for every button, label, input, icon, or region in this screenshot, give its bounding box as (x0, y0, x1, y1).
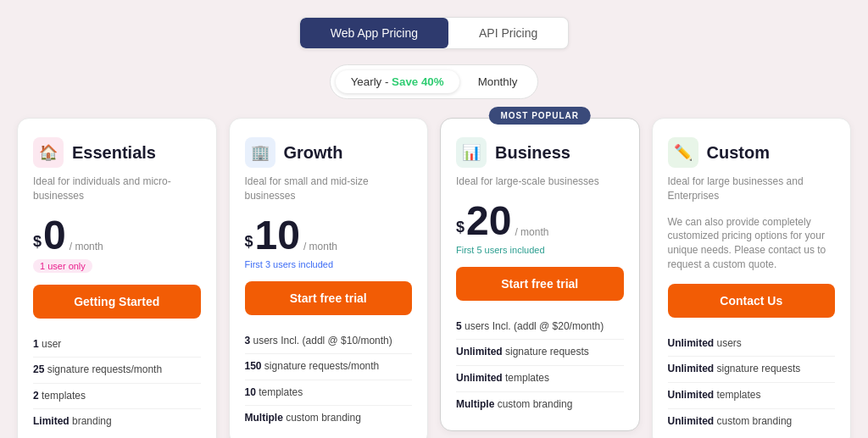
yearly-label: Yearly - (351, 75, 392, 88)
price-note-text-growth: First 3 users included (245, 259, 334, 269)
card-header-growth: 🏢 Growth (245, 137, 413, 168)
feature-bold-business-1: Unlimited (456, 346, 503, 358)
feature-bold-growth-2: 10 (245, 386, 256, 398)
pricing-card-essentials: 🏠 Essentials Ideal for individuals and m… (17, 118, 217, 438)
price-period-business: / month (515, 226, 548, 238)
card-icon-essentials: 🏠 (33, 137, 64, 168)
feature-item-growth-0: 3 users Incl. (addl @ $10/month) (245, 329, 413, 355)
price-note-essentials: 1 user only (33, 259, 201, 273)
price-amount-essentials: 0 (43, 215, 66, 256)
feature-bold-custom-2: Unlimited (668, 389, 715, 401)
card-header-essentials: 🏠 Essentials (33, 137, 201, 168)
feature-item-business-1: Unlimited signature requests (456, 340, 624, 366)
price-period-growth: / month (303, 241, 337, 252)
save-badge: Save 40% (392, 75, 444, 88)
tab-switcher: Web App Pricing API Pricing (299, 17, 570, 49)
card-description-custom: We can also provide completely customize… (668, 215, 836, 272)
card-subtitle-growth: Ideal for small and mid-size businesses (245, 175, 413, 203)
feature-bold-growth-1: 150 (245, 360, 262, 372)
feature-item-custom-3: Unlimited custom branding (668, 409, 836, 435)
price-amount-business: 20 (466, 201, 511, 241)
price-row-growth: $ 10 / month (245, 215, 413, 256)
card-icon-custom: ✏️ (668, 137, 698, 168)
feature-item-custom-1: Unlimited signature requests (668, 357, 836, 383)
feature-bold-growth-0: 3 (245, 335, 251, 347)
feature-item-business-2: Unlimited templates (456, 366, 624, 392)
card-subtitle-essentials: Ideal for individuals and micro-business… (33, 175, 201, 203)
price-row-business: $ 20 / month (456, 201, 624, 241)
pricing-cards: 🏠 Essentials Ideal for individuals and m… (17, 118, 851, 438)
feature-item-custom-0: Unlimited users (668, 331, 836, 358)
pricing-card-business: MOST POPULAR 📊 Business Ideal for large-… (440, 118, 640, 431)
features-list-growth: 3 users Incl. (addl @ $10/month)150 sign… (245, 329, 413, 431)
feature-item-business-3: Multiple custom branding (456, 392, 624, 418)
card-subtitle-business: Ideal for large-scale businesses (456, 175, 624, 189)
price-note-growth: First 3 users included (245, 259, 413, 269)
card-title-custom: Custom (707, 143, 770, 163)
price-dollar-growth: $ (245, 228, 253, 255)
features-list-business: 5 users Incl. (addl @ $20/month)Unlimite… (456, 314, 624, 417)
feature-bold-custom-0: Unlimited (668, 337, 715, 349)
feature-item-essentials-0: 1 user (33, 332, 201, 358)
features-list-custom: Unlimited usersUnlimited signature reque… (668, 331, 836, 434)
card-icon-business: 📊 (456, 137, 487, 168)
price-note-text-business: First 5 users included (456, 245, 545, 255)
price-dollar-business: $ (456, 213, 465, 241)
feature-bold-essentials-3: Limited (33, 415, 70, 427)
billing-toggle: Yearly - Save 40% Monthly (330, 64, 539, 99)
popular-badge: MOST POPULAR (488, 107, 591, 125)
card-subtitle-custom: Ideal for large businesses and Enterpris… (668, 175, 836, 203)
card-header-business: 📊 Business (456, 137, 624, 168)
price-note-business: First 5 users included (456, 245, 624, 255)
price-period-essentials: / month (70, 241, 103, 252)
feature-item-essentials-3: Limited branding (33, 409, 201, 435)
feature-bold-growth-3: Multiple (245, 412, 283, 424)
card-title-growth: Growth (284, 143, 343, 163)
card-header-custom: ✏️ Custom (668, 137, 836, 168)
cta-button-custom[interactable]: Contact Us (668, 284, 836, 318)
billing-yearly[interactable]: Yearly - Save 40% (336, 70, 459, 93)
feature-item-growth-1: 150 signature requests/month (245, 354, 413, 380)
pricing-card-growth: 🏢 Growth Ideal for small and mid-size bu… (229, 118, 429, 438)
price-note-text-essentials: 1 user only (33, 259, 92, 273)
price-amount-growth: 10 (255, 215, 300, 256)
card-icon-growth: 🏢 (245, 137, 275, 168)
features-list-essentials: 1 user25 signature requests/month2 templ… (33, 332, 201, 435)
feature-bold-business-0: 5 (456, 320, 462, 332)
feature-bold-business-2: Unlimited (456, 372, 503, 384)
pricing-card-custom: ✏️ Custom Ideal for large businesses and… (652, 118, 852, 438)
card-title-essentials: Essentials (72, 143, 156, 163)
feature-bold-custom-3: Unlimited (668, 415, 715, 427)
feature-bold-business-3: Multiple (456, 398, 494, 410)
cta-button-business[interactable]: Start free trial (456, 267, 624, 301)
tab-web-app[interactable]: Web App Pricing (300, 18, 448, 48)
cta-button-essentials[interactable]: Getting Started (33, 285, 201, 319)
feature-bold-essentials-2: 2 (33, 390, 39, 402)
cta-button-growth[interactable]: Start free trial (245, 281, 413, 315)
feature-item-essentials-2: 2 templates (33, 384, 201, 410)
feature-bold-essentials-1: 25 (33, 363, 44, 375)
card-title-business: Business (495, 143, 570, 163)
tab-api[interactable]: API Pricing (448, 18, 568, 48)
feature-bold-custom-1: Unlimited (668, 363, 715, 374)
feature-item-essentials-1: 25 signature requests/month (33, 358, 201, 384)
price-row-essentials: $ 0 / month (33, 215, 201, 256)
feature-item-business-0: 5 users Incl. (addl @ $20/month) (456, 314, 624, 341)
billing-monthly[interactable]: Monthly (463, 70, 533, 93)
feature-item-growth-2: 10 templates (245, 380, 413, 407)
feature-bold-essentials-0: 1 (33, 338, 39, 350)
price-dollar-essentials: $ (33, 228, 42, 255)
feature-item-custom-2: Unlimited templates (668, 383, 836, 409)
feature-item-growth-3: Multiple custom branding (245, 406, 413, 431)
